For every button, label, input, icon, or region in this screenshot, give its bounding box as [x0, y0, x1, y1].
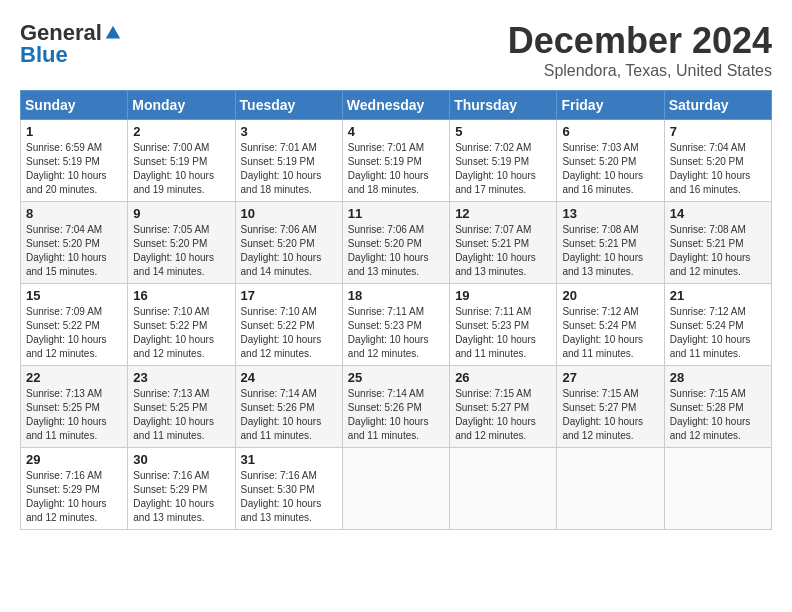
- day-number: 2: [133, 124, 229, 139]
- day-number: 27: [562, 370, 658, 385]
- day-number: 25: [348, 370, 444, 385]
- day-info: Sunrise: 6:59 AMSunset: 5:19 PMDaylight:…: [26, 141, 122, 197]
- calendar-header-row: SundayMondayTuesdayWednesdayThursdayFrid…: [21, 91, 772, 120]
- title-area: December 2024 Splendora, Texas, United S…: [508, 20, 772, 80]
- day-info: Sunrise: 7:11 AMSunset: 5:23 PMDaylight:…: [348, 305, 444, 361]
- calendar-day-cell: 14Sunrise: 7:08 AMSunset: 5:21 PMDayligh…: [664, 202, 771, 284]
- day-info: Sunrise: 7:11 AMSunset: 5:23 PMDaylight:…: [455, 305, 551, 361]
- day-number: 9: [133, 206, 229, 221]
- day-info: Sunrise: 7:13 AMSunset: 5:25 PMDaylight:…: [26, 387, 122, 443]
- day-number: 20: [562, 288, 658, 303]
- calendar-day-cell: [557, 448, 664, 530]
- day-info: Sunrise: 7:16 AMSunset: 5:29 PMDaylight:…: [26, 469, 122, 525]
- day-number: 14: [670, 206, 766, 221]
- calendar-week-row: 22Sunrise: 7:13 AMSunset: 5:25 PMDayligh…: [21, 366, 772, 448]
- day-number: 15: [26, 288, 122, 303]
- day-info: Sunrise: 7:06 AMSunset: 5:20 PMDaylight:…: [348, 223, 444, 279]
- logo-icon: [104, 24, 122, 42]
- day-number: 30: [133, 452, 229, 467]
- day-info: Sunrise: 7:00 AMSunset: 5:19 PMDaylight:…: [133, 141, 229, 197]
- day-info: Sunrise: 7:15 AMSunset: 5:27 PMDaylight:…: [455, 387, 551, 443]
- day-info: Sunrise: 7:16 AMSunset: 5:29 PMDaylight:…: [133, 469, 229, 525]
- logo-blue: Blue: [20, 42, 68, 68]
- calendar-day-cell: 20Sunrise: 7:12 AMSunset: 5:24 PMDayligh…: [557, 284, 664, 366]
- day-info: Sunrise: 7:04 AMSunset: 5:20 PMDaylight:…: [670, 141, 766, 197]
- calendar-day-cell: 21Sunrise: 7:12 AMSunset: 5:24 PMDayligh…: [664, 284, 771, 366]
- day-number: 7: [670, 124, 766, 139]
- logo: General Blue: [20, 20, 122, 68]
- day-number: 12: [455, 206, 551, 221]
- day-info: Sunrise: 7:14 AMSunset: 5:26 PMDaylight:…: [241, 387, 337, 443]
- day-info: Sunrise: 7:06 AMSunset: 5:20 PMDaylight:…: [241, 223, 337, 279]
- day-number: 4: [348, 124, 444, 139]
- calendar-day-cell: 25Sunrise: 7:14 AMSunset: 5:26 PMDayligh…: [342, 366, 449, 448]
- calendar-table: SundayMondayTuesdayWednesdayThursdayFrid…: [20, 90, 772, 530]
- day-info: Sunrise: 7:03 AMSunset: 5:20 PMDaylight:…: [562, 141, 658, 197]
- calendar-day-cell: [664, 448, 771, 530]
- day-info: Sunrise: 7:14 AMSunset: 5:26 PMDaylight:…: [348, 387, 444, 443]
- calendar-day-cell: 1Sunrise: 6:59 AMSunset: 5:19 PMDaylight…: [21, 120, 128, 202]
- calendar-day-cell: 22Sunrise: 7:13 AMSunset: 5:25 PMDayligh…: [21, 366, 128, 448]
- day-info: Sunrise: 7:13 AMSunset: 5:25 PMDaylight:…: [133, 387, 229, 443]
- day-info: Sunrise: 7:10 AMSunset: 5:22 PMDaylight:…: [241, 305, 337, 361]
- day-number: 3: [241, 124, 337, 139]
- calendar-day-cell: 7Sunrise: 7:04 AMSunset: 5:20 PMDaylight…: [664, 120, 771, 202]
- calendar-day-cell: 11Sunrise: 7:06 AMSunset: 5:20 PMDayligh…: [342, 202, 449, 284]
- day-number: 29: [26, 452, 122, 467]
- location-title: Splendora, Texas, United States: [508, 62, 772, 80]
- weekday-header: Wednesday: [342, 91, 449, 120]
- calendar-week-row: 15Sunrise: 7:09 AMSunset: 5:22 PMDayligh…: [21, 284, 772, 366]
- day-number: 24: [241, 370, 337, 385]
- day-number: 6: [562, 124, 658, 139]
- day-number: 17: [241, 288, 337, 303]
- day-info: Sunrise: 7:15 AMSunset: 5:28 PMDaylight:…: [670, 387, 766, 443]
- calendar-day-cell: 8Sunrise: 7:04 AMSunset: 5:20 PMDaylight…: [21, 202, 128, 284]
- calendar-day-cell: 24Sunrise: 7:14 AMSunset: 5:26 PMDayligh…: [235, 366, 342, 448]
- day-info: Sunrise: 7:08 AMSunset: 5:21 PMDaylight:…: [562, 223, 658, 279]
- day-number: 5: [455, 124, 551, 139]
- day-number: 13: [562, 206, 658, 221]
- calendar-day-cell: 12Sunrise: 7:07 AMSunset: 5:21 PMDayligh…: [450, 202, 557, 284]
- calendar-day-cell: 5Sunrise: 7:02 AMSunset: 5:19 PMDaylight…: [450, 120, 557, 202]
- calendar-day-cell: 9Sunrise: 7:05 AMSunset: 5:20 PMDaylight…: [128, 202, 235, 284]
- day-info: Sunrise: 7:16 AMSunset: 5:30 PMDaylight:…: [241, 469, 337, 525]
- calendar-day-cell: 23Sunrise: 7:13 AMSunset: 5:25 PMDayligh…: [128, 366, 235, 448]
- calendar-day-cell: [450, 448, 557, 530]
- weekday-header: Thursday: [450, 91, 557, 120]
- day-number: 28: [670, 370, 766, 385]
- calendar-day-cell: 31Sunrise: 7:16 AMSunset: 5:30 PMDayligh…: [235, 448, 342, 530]
- day-info: Sunrise: 7:07 AMSunset: 5:21 PMDaylight:…: [455, 223, 551, 279]
- day-info: Sunrise: 7:12 AMSunset: 5:24 PMDaylight:…: [670, 305, 766, 361]
- month-title: December 2024: [508, 20, 772, 62]
- weekday-header: Friday: [557, 91, 664, 120]
- day-number: 21: [670, 288, 766, 303]
- svg-marker-0: [106, 26, 120, 39]
- day-info: Sunrise: 7:12 AMSunset: 5:24 PMDaylight:…: [562, 305, 658, 361]
- calendar-day-cell: 6Sunrise: 7:03 AMSunset: 5:20 PMDaylight…: [557, 120, 664, 202]
- calendar-week-row: 29Sunrise: 7:16 AMSunset: 5:29 PMDayligh…: [21, 448, 772, 530]
- day-info: Sunrise: 7:01 AMSunset: 5:19 PMDaylight:…: [348, 141, 444, 197]
- calendar-week-row: 1Sunrise: 6:59 AMSunset: 5:19 PMDaylight…: [21, 120, 772, 202]
- day-number: 19: [455, 288, 551, 303]
- calendar-day-cell: 2Sunrise: 7:00 AMSunset: 5:19 PMDaylight…: [128, 120, 235, 202]
- day-info: Sunrise: 7:10 AMSunset: 5:22 PMDaylight:…: [133, 305, 229, 361]
- calendar-day-cell: 16Sunrise: 7:10 AMSunset: 5:22 PMDayligh…: [128, 284, 235, 366]
- day-number: 18: [348, 288, 444, 303]
- day-number: 8: [26, 206, 122, 221]
- calendar-day-cell: 30Sunrise: 7:16 AMSunset: 5:29 PMDayligh…: [128, 448, 235, 530]
- calendar-day-cell: 15Sunrise: 7:09 AMSunset: 5:22 PMDayligh…: [21, 284, 128, 366]
- day-number: 22: [26, 370, 122, 385]
- day-number: 31: [241, 452, 337, 467]
- calendar-day-cell: [342, 448, 449, 530]
- calendar-day-cell: 19Sunrise: 7:11 AMSunset: 5:23 PMDayligh…: [450, 284, 557, 366]
- day-number: 10: [241, 206, 337, 221]
- day-info: Sunrise: 7:02 AMSunset: 5:19 PMDaylight:…: [455, 141, 551, 197]
- day-number: 11: [348, 206, 444, 221]
- calendar-day-cell: 10Sunrise: 7:06 AMSunset: 5:20 PMDayligh…: [235, 202, 342, 284]
- day-number: 16: [133, 288, 229, 303]
- calendar-day-cell: 18Sunrise: 7:11 AMSunset: 5:23 PMDayligh…: [342, 284, 449, 366]
- calendar-day-cell: 28Sunrise: 7:15 AMSunset: 5:28 PMDayligh…: [664, 366, 771, 448]
- calendar-day-cell: 26Sunrise: 7:15 AMSunset: 5:27 PMDayligh…: [450, 366, 557, 448]
- calendar-week-row: 8Sunrise: 7:04 AMSunset: 5:20 PMDaylight…: [21, 202, 772, 284]
- calendar-day-cell: 29Sunrise: 7:16 AMSunset: 5:29 PMDayligh…: [21, 448, 128, 530]
